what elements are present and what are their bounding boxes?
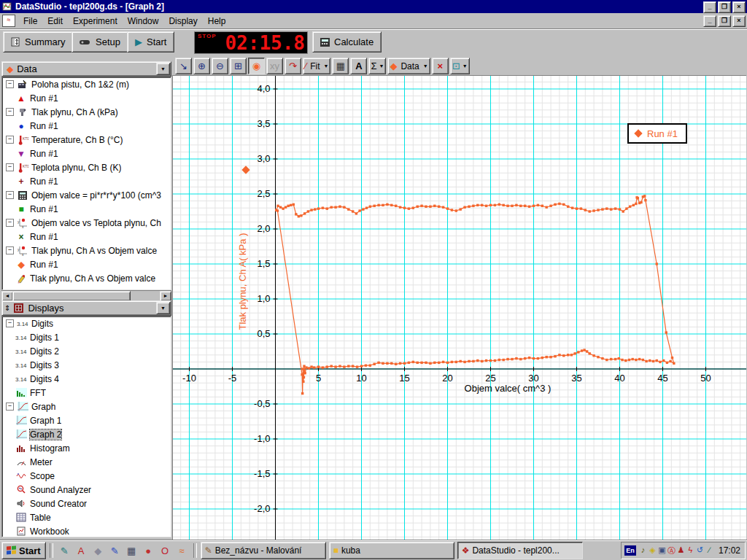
tree-item[interactable]: ●Run #1 bbox=[2, 119, 171, 133]
chevron-down-icon[interactable]: ▼ bbox=[462, 63, 468, 69]
tree-item[interactable]: Table bbox=[2, 510, 171, 524]
restore-button[interactable]: ❐ bbox=[718, 1, 731, 13]
slope-tool-icon[interactable]: xy bbox=[266, 58, 283, 74]
tree-item[interactable]: Scope bbox=[2, 469, 171, 483]
volume-icon[interactable]: ♪ bbox=[638, 545, 648, 556]
tree-item[interactable]: Histogram bbox=[2, 441, 171, 455]
sync-icon[interactable]: ↺ bbox=[695, 545, 705, 556]
pen-icon[interactable]: ✎ bbox=[107, 543, 123, 558]
tree-item[interactable]: Tlak plynu, Ch A vs Objem valce bbox=[2, 271, 171, 285]
child-close-button[interactable]: × bbox=[732, 15, 746, 27]
menu-file[interactable]: File bbox=[18, 15, 42, 28]
tree-item[interactable]: 3.14Digits 2 bbox=[2, 344, 171, 358]
tree-item[interactable]: −Tlak plynu, Ch A (kPa) bbox=[2, 105, 171, 119]
data-panel-header[interactable]: ◆ Data ▼ bbox=[1, 61, 171, 77]
zoom-select-icon[interactable]: ⊞ bbox=[230, 58, 247, 74]
graph-display[interactable]: -10-551015202530354045504,03,53,02,52,01… bbox=[172, 75, 746, 540]
tree-item[interactable]: +Run #1 bbox=[2, 174, 171, 188]
notes-icon[interactable]: ✎ bbox=[57, 543, 72, 558]
tree-item[interactable]: −3.14Digits bbox=[2, 316, 171, 330]
agent-icon[interactable]: ♟ bbox=[676, 545, 686, 556]
start-button[interactable]: ▶ Start bbox=[127, 31, 174, 52]
collapse-icon[interactable]: − bbox=[6, 402, 14, 411]
collapse-icon[interactable]: − bbox=[6, 163, 14, 171]
menu-window[interactable]: Window bbox=[123, 15, 164, 28]
text-tool-icon[interactable]: A bbox=[350, 58, 367, 74]
graph-settings-icon[interactable]: ⊡▼ bbox=[450, 58, 470, 74]
fit-menu[interactable]: ∕Fit▼ bbox=[303, 58, 330, 74]
smart-tool-icon[interactable]: ◉ bbox=[248, 58, 265, 74]
summary-button[interactable]: Summary bbox=[3, 31, 74, 52]
fit-curve-icon[interactable]: ↷ bbox=[285, 58, 301, 74]
tree-item[interactable]: FFT bbox=[2, 386, 171, 400]
chevron-down-icon[interactable]: ▼ bbox=[423, 63, 428, 69]
tree-item[interactable]: Graph 2 bbox=[2, 427, 171, 441]
bird-icon[interactable]: ◆ bbox=[90, 543, 106, 558]
tree-item[interactable]: Workbook bbox=[2, 524, 171, 537]
tree-item[interactable]: ×Run #1 bbox=[2, 230, 171, 244]
tree-item[interactable]: −KTDTemperature, Ch B (°C) bbox=[2, 133, 171, 147]
pen-tray-icon[interactable]: ∕ bbox=[705, 545, 714, 556]
chevron-down-icon[interactable]: ▼ bbox=[324, 63, 329, 69]
winamp-icon[interactable]: ≈ bbox=[174, 543, 190, 558]
power-icon[interactable]: ϟ bbox=[686, 545, 695, 556]
scroll-left-icon[interactable]: ◄ bbox=[1, 291, 13, 301]
keyboard-layout-badge[interactable]: En bbox=[624, 545, 636, 556]
menu-display[interactable]: Display bbox=[163, 15, 202, 28]
chart-canvas[interactable]: -10-551015202530354045504,03,53,02,52,01… bbox=[173, 76, 746, 540]
chevron-down-icon[interactable]: ▼ bbox=[379, 63, 384, 69]
data-panel-dropdown-icon[interactable]: ▼ bbox=[156, 63, 170, 75]
paint-task[interactable]: ✎Bez_názvu - Malování bbox=[201, 542, 326, 559]
menu-experiment[interactable]: Experiment bbox=[68, 15, 123, 28]
zoom-in-icon[interactable]: ⊕ bbox=[193, 58, 210, 74]
menu-edit[interactable]: Edit bbox=[42, 15, 68, 28]
tree-item[interactable]: Graph 1 bbox=[2, 413, 171, 427]
diamond-icon[interactable]: ◈ bbox=[648, 545, 657, 556]
scroll-right-icon[interactable]: ► bbox=[160, 291, 171, 301]
tree-item[interactable]: Sound Analyzer bbox=[2, 483, 171, 497]
calculate-button[interactable]: Calculate bbox=[312, 31, 382, 52]
tree-item[interactable]: Meter bbox=[2, 455, 171, 469]
delete-icon[interactable]: × bbox=[432, 58, 449, 74]
scheduler-icon[interactable]: ▣ bbox=[657, 545, 667, 556]
tree-item[interactable]: −KTDTeplota plynu, Ch B (K) bbox=[2, 160, 171, 174]
tree-item[interactable]: −yxTlak plynu, Ch A vs Objem valce bbox=[2, 244, 171, 257]
tree-item[interactable]: ■Run #1 bbox=[2, 202, 171, 216]
tree-item[interactable]: −yxObjem valce vs Teplota plynu, Ch bbox=[2, 216, 171, 230]
collapse-icon[interactable]: − bbox=[6, 80, 14, 88]
ati-icon[interactable]: Ⓐ bbox=[667, 545, 676, 556]
calculator-icon[interactable]: ▦ bbox=[124, 543, 139, 558]
pane-splitter-icon[interactable]: ⇕ bbox=[4, 304, 10, 312]
collapse-icon[interactable]: − bbox=[6, 191, 14, 199]
close-button[interactable]: × bbox=[732, 1, 746, 13]
folder-task[interactable]: ■kuba bbox=[329, 542, 454, 559]
tree-item[interactable]: −Objem valce = pi*r*r*y*100 (cm^3 bbox=[2, 188, 171, 202]
tree-item[interactable]: ▲Run #1 bbox=[2, 91, 171, 105]
tree-item[interactable]: 3.14Digits 3 bbox=[2, 358, 171, 372]
tree-item[interactable]: Sound Creator bbox=[2, 497, 171, 510]
calculator-icon[interactable]: ▦ bbox=[332, 58, 349, 74]
child-restore-button[interactable]: ❐ bbox=[718, 15, 731, 27]
setup-button[interactable]: Setup bbox=[71, 31, 128, 52]
start-menu-button[interactable]: Start bbox=[1, 542, 46, 559]
tree-item[interactable]: 3.14Digits 1 bbox=[2, 330, 171, 344]
collapse-icon[interactable]: − bbox=[6, 136, 14, 144]
zoom-out-icon[interactable]: ⊖ bbox=[212, 58, 228, 74]
tree-item[interactable]: ◆Run #1 bbox=[2, 257, 171, 271]
collapse-icon[interactable]: − bbox=[6, 108, 14, 116]
opera-icon[interactable]: O bbox=[158, 543, 173, 558]
collapse-icon[interactable]: − bbox=[6, 219, 14, 227]
minimize-button[interactable]: _ bbox=[703, 1, 716, 13]
datastudio-task[interactable]: ❖DataStudio - tepl200... bbox=[457, 542, 583, 559]
dragon-icon[interactable]: ● bbox=[141, 543, 156, 558]
collapse-icon[interactable]: − bbox=[6, 246, 14, 254]
tree-item[interactable]: ▼Run #1 bbox=[2, 147, 171, 160]
data-menu[interactable]: ◆Data▼ bbox=[387, 58, 430, 74]
collapse-icon[interactable]: − bbox=[6, 319, 14, 327]
tree-item[interactable]: −Poloha pistu, Ch 1&2 (m) bbox=[2, 77, 171, 91]
scroll-thumb[interactable] bbox=[12, 291, 131, 301]
tree-item[interactable]: 3.14Digits 4 bbox=[2, 372, 171, 386]
child-window-icon[interactable]: ≈ bbox=[2, 15, 15, 27]
menu-help[interactable]: Help bbox=[203, 15, 231, 28]
scale-to-fit-icon[interactable]: ↘ bbox=[175, 58, 192, 74]
